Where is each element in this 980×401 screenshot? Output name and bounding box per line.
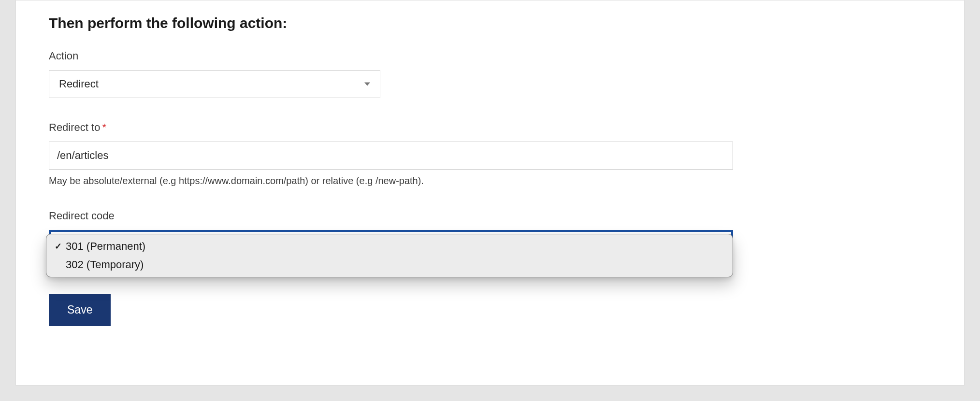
action-select-value: Redirect (59, 78, 99, 90)
redirect-code-select[interactable]: ✓ 301 (Permanent) 302 (Temporary) (49, 230, 733, 260)
form-card: Then perform the following action: Actio… (15, 0, 965, 386)
redirect-to-input-wrapper (49, 142, 733, 170)
required-indicator: * (102, 121, 106, 133)
redirect-code-group: Redirect code ✓ 301 (Permanent) 302 (Tem… (49, 210, 931, 260)
page-background: Then perform the following action: Actio… (0, 0, 980, 401)
save-button[interactable]: Save (49, 294, 111, 326)
redirect-code-option-label: 302 (Temporary) (66, 258, 144, 271)
action-select[interactable]: Redirect (49, 70, 380, 98)
redirect-to-label: Redirect to* (49, 121, 931, 134)
redirect-to-input[interactable] (49, 142, 733, 170)
redirect-code-dropdown: ✓ 301 (Permanent) 302 (Temporary) (46, 234, 733, 277)
redirect-to-help: May be absolute/external (e.g https://ww… (49, 175, 931, 186)
action-label: Action (49, 50, 931, 62)
check-icon: ✓ (51, 241, 65, 252)
redirect-code-option-301[interactable]: ✓ 301 (Permanent) (46, 237, 733, 256)
redirect-to-label-text: Redirect to (49, 121, 100, 133)
redirect-code-option-label: 301 (Permanent) (66, 240, 145, 253)
caret-down-icon (364, 83, 370, 86)
section-heading: Then perform the following action: (49, 15, 931, 31)
action-select-wrapper: Redirect (49, 70, 380, 98)
redirect-code-label: Redirect code (49, 210, 931, 222)
redirect-code-option-302[interactable]: 302 (Temporary) (46, 256, 733, 274)
